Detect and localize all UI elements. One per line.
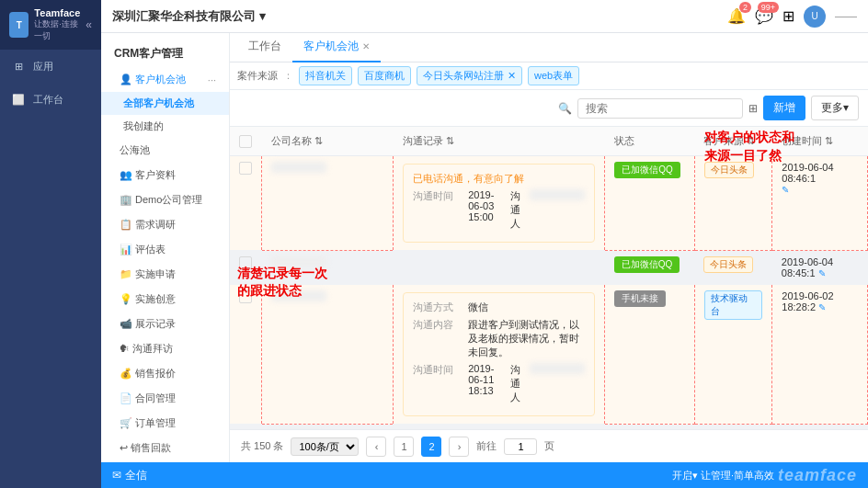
page-size-select[interactable]: 100条/页 50条/页 20条/页 — [291, 437, 359, 456]
left-nav-sea-pool[interactable]: 公海池 — [101, 138, 229, 163]
row-comm-4 — [394, 425, 605, 430]
sidebar-collapse-btn[interactable]: « — [86, 18, 92, 31]
row-check-4[interactable] — [230, 425, 262, 430]
edit-icon-3[interactable]: ✎ — [818, 302, 826, 312]
company-name-blurred-3 — [271, 290, 326, 301]
comm-detail-1: 已电话沟通，有意向了解 沟通时间 2019-06-03 15:00 沟通人 — [403, 164, 595, 243]
left-nav-demand[interactable]: 📋 需求调研 — [101, 212, 229, 237]
comm-detail-3: 沟通方式 微信 沟通内容 跟进客户到测试情况，以及老板的授课情况，暂时未回复。 — [403, 292, 595, 416]
filter-chip-3[interactable]: web表单 — [528, 66, 579, 85]
filter-chip-2[interactable]: 今日头条网站注册 ✕ — [417, 66, 522, 85]
company-dropdown-icon: ▾ — [259, 9, 266, 23]
row-source-1: 今日头条 — [694, 156, 772, 251]
row-status-4: 手机未接 — [605, 425, 694, 430]
status-badge-1: 已加微信QQ — [614, 162, 680, 178]
toolbar: 🔍 ⊞ 新增 更多▾ — [230, 90, 868, 127]
sidebar-item-apps[interactable]: ⊞ 应用 — [0, 50, 101, 83]
filter-chip-1[interactable]: 百度商机 — [358, 66, 411, 85]
top-bar: 深圳汇聚华企科技有限公司 ▾ 🔔 2 💬 99+ ⊞ U —— — [101, 0, 868, 33]
search-input[interactable] — [577, 98, 743, 119]
grid-view-icon[interactable]: ⊞ — [748, 102, 758, 115]
bottom-mail-icon: ✉ — [112, 469, 121, 482]
filter-chip-2-close[interactable]: ✕ — [508, 70, 516, 82]
row-check-2[interactable] — [230, 251, 262, 285]
page-btn-2[interactable]: 2 — [421, 437, 441, 457]
left-nav-comm[interactable]: 🗣 沟通拜访 — [101, 336, 229, 361]
company-name-blurred-2 — [271, 256, 326, 267]
left-nav-quote[interactable]: 💰 销售报价 — [101, 361, 229, 386]
next-page-btn[interactable]: › — [449, 437, 469, 457]
status-badge-2: 已加微信QQ — [614, 256, 680, 273]
teamface-watermark: teamface — [778, 466, 857, 485]
apps-icon: ⊞ — [11, 59, 26, 74]
filter-chip-0[interactable]: 抖音机关 — [299, 66, 352, 85]
app-container: T Teamface 让数据·连接一切 « ⊞ 应用 ⬜ 工作台 深圳汇聚华企科… — [0, 0, 868, 488]
row-company-1 — [262, 156, 394, 251]
new-btn[interactable]: 新增 — [763, 96, 805, 120]
col-header-company: 公司名称 ⇅ — [262, 127, 394, 156]
left-nav-refund[interactable]: ↩ 销售回款 — [101, 436, 229, 460]
left-nav-customer-pool[interactable]: 👤 客户机会池 ··· — [101, 67, 229, 92]
filter-chip-0-text: 抖音机关 — [305, 69, 346, 83]
logo-icon: T — [9, 12, 29, 38]
filter-section: 案件来源 ： 抖音机关 百度商机 今日头条网站注册 ✕ web表单 — [230, 62, 868, 90]
edit-icon-1[interactable]: ✎ — [782, 185, 789, 195]
message-badge: 99+ — [758, 2, 779, 13]
sidebar-item-workbench[interactable]: ⬜ 工作台 — [0, 83, 101, 116]
left-nav-demo[interactable]: 🏢 Demo公司管理 — [101, 187, 229, 212]
tab-customer-pool[interactable]: 客户机会池 ✕ — [292, 33, 381, 62]
company-selector[interactable]: 深圳汇聚华企科技有限公司 ▾ — [112, 8, 266, 25]
content-area: CRM客户管理 👤 客户机会池 ··· 全部客户机会池 我创建的 公海池 👥 客… — [101, 33, 868, 462]
pagination: 共 150 条 100条/页 50条/页 20条/页 ‹ 1 2 › 前往 页 — [230, 429, 868, 462]
select-all-checkbox[interactable] — [239, 135, 252, 148]
row-check-1[interactable] — [230, 156, 262, 251]
company-name-text: 深圳汇聚华企科技有限公司 — [112, 8, 256, 25]
grid-btn[interactable]: ⊞ — [782, 7, 794, 25]
left-nav-my-customers[interactable]: 我创建的 — [101, 115, 229, 138]
edit-icon-2[interactable]: ✎ — [818, 268, 826, 278]
row-source-3: 技术驱动台 — [694, 285, 772, 425]
app-name: Teamface — [34, 7, 80, 18]
left-nav-customer-info[interactable]: 👥 客户资料 — [101, 163, 229, 187]
col-header-status: 状态 — [605, 127, 694, 156]
goto-input[interactable] — [504, 438, 537, 455]
app-tagline: 让数据·连接一切 — [34, 18, 80, 42]
tab-workbench[interactable]: 工作台 — [237, 33, 292, 62]
sidebar-menu: ⊞ 应用 ⬜ 工作台 — [0, 50, 101, 488]
logo-area: T Teamface 让数据·连接一切 « — [0, 0, 101, 50]
left-nav-all-customers[interactable]: 全部客户机会池 — [101, 92, 229, 115]
user-avatar[interactable]: U — [804, 6, 826, 28]
user-name-text: —— — [835, 10, 857, 23]
source-tag-3: 技术驱动台 — [704, 290, 763, 320]
left-nav-impl-idea[interactable]: 💡 实施创意 — [101, 287, 229, 312]
left-nav: CRM客户管理 👤 客户机会池 ··· 全部客户机会池 我创建的 公海池 👥 客… — [101, 33, 230, 462]
message-btn[interactable]: 💬 99+ — [755, 7, 773, 25]
left-nav-impl-apply[interactable]: 📁 实施申请 — [101, 262, 229, 287]
left-nav-eval[interactable]: 📊 评估表 — [101, 237, 229, 262]
left-nav-contract[interactable]: 📄 合同管理 — [101, 386, 229, 411]
col-header-comm: 沟通记录 ⇅ — [394, 127, 605, 156]
row-created-2: 2019-06-04 08:45:1 ✎ — [772, 251, 868, 285]
notification-badge: 2 — [739, 2, 751, 13]
table-header-row: 公司名称 ⇅ 沟通记录 ⇅ 状态 客户来源 ⇅ 创建时间 ⇅ — [230, 127, 868, 156]
sidebar-item-workbench-label: 工作台 — [33, 93, 63, 107]
more-dots[interactable]: ··· — [208, 74, 216, 85]
row-status-2: 已加微信QQ — [605, 251, 694, 285]
notification-btn[interactable]: 🔔 2 — [727, 7, 746, 25]
tab-close-btn[interactable]: ✕ — [362, 41, 370, 51]
col-header-created: 创建时间 ⇅ — [772, 127, 868, 156]
more-btn[interactable]: 更多▾ — [811, 96, 859, 120]
row-source-4: 技术驱动台 — [694, 425, 772, 430]
row-company-2 — [262, 251, 394, 285]
bottom-right: 开启▾ 让管理·简单高效 teamface — [672, 466, 857, 485]
total-text: 共 150 条 — [241, 439, 283, 453]
row-comm-1: 已电话沟通，有意向了解 沟通时间 2019-06-03 15:00 沟通人 — [394, 156, 605, 251]
prev-page-btn[interactable]: ‹ — [366, 437, 386, 457]
left-nav-demo-record[interactable]: 📹 展示记录 — [101, 312, 229, 336]
search-icon: 🔍 — [558, 102, 572, 115]
table-row: 沟通方式 微信 沟通内容 跟进客户到测试情况，以及老板的授课情况，暂时未回复。 — [230, 285, 868, 425]
row-check-3[interactable] — [230, 285, 262, 425]
page-btn-1[interactable]: 1 — [394, 437, 414, 457]
filter-label: 案件来源 — [237, 69, 278, 83]
left-nav-order[interactable]: 🛒 订单管理 — [101, 411, 229, 436]
